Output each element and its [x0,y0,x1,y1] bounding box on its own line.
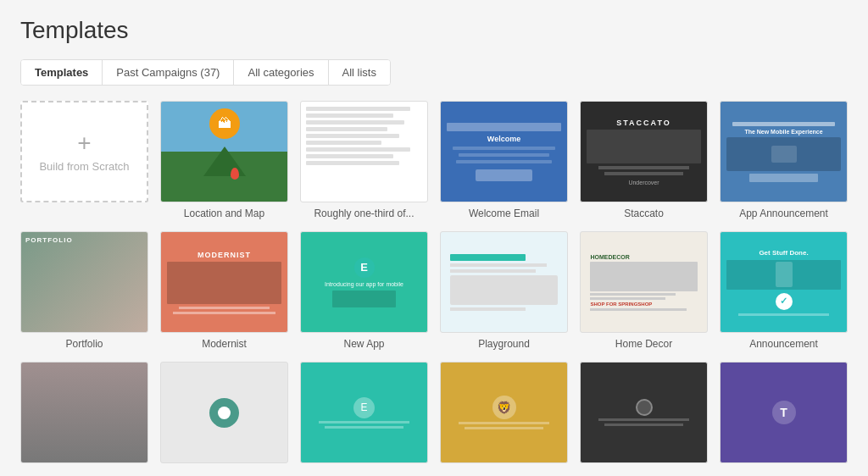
template-card-new-app[interactable]: E Introducing our app for mobile New App [300,231,428,350]
template-card-circle[interactable] [160,362,288,463]
template-name-location-map: Location and Map [184,208,264,219]
purple-t-badge: T [772,401,796,424]
scratch-thumb[interactable]: + Build from Scratch [20,101,148,202]
template-card-fashion[interactable] [20,362,148,463]
template-card-location-map[interactable]: 🏔 Location and Map [160,101,288,219]
template-card-purple[interactable]: T [720,362,848,463]
template-grid-row3: E 🦁 [20,362,848,463]
template-card-app-announcement[interactable]: The New Mobile Experience App Announceme… [720,101,848,219]
announcement-badge: ✓ [776,293,793,310]
tab-past-campaigns[interactable]: Past Campaigns (37) [103,60,234,85]
template-grid-row2: PORTFOLIO Portfolio MODERNIST Modernist [20,231,848,350]
tab-all-lists[interactable]: All lists [329,60,390,85]
portfolio-label: PORTFOLIO [25,236,73,244]
template-thumb-circle[interactable] [160,362,288,463]
template-name-staccato: Staccato [624,208,664,219]
template-card-staccato[interactable]: STACCATO Undercover Staccato [580,101,708,219]
newapp-icon: E [354,257,375,278]
scratch-label: Build from Scratch [39,160,129,173]
template-thumb-teal2[interactable]: E [300,362,428,463]
staccato-label: STACCATO [616,119,671,127]
template-name-home-decor: Home Decor [615,338,672,350]
tabs-bar: Templates Past Campaigns (37) All catego… [20,59,391,86]
template-name-announcement: Announcement [749,338,818,350]
template-thumb-new-app[interactable]: E Introducing our app for mobile [300,231,428,333]
modernist-label: MODERNIST [198,251,251,259]
template-name-app-announcement: App Announcement [739,208,828,219]
template-card-portfolio[interactable]: PORTFOLIO Portfolio [20,231,148,350]
template-card-dark2[interactable] [580,362,708,463]
template-name-roughly: Roughly one-third of... [314,208,414,219]
tab-all-categories[interactable]: All categories [234,60,328,85]
template-thumb-announcement[interactable]: Get Stuff Done. ✓ [720,231,848,333]
page-title: Templates [20,17,848,44]
template-thumb-home-decor[interactable]: HOMEDECOR SHOP FOR SPRINGSHOP [580,231,708,333]
template-name-modernist: Modernist [202,338,247,350]
template-card-welcome[interactable]: Welcome Welcome Email [440,101,568,219]
build-from-scratch-card[interactable]: + Build from Scratch [20,101,148,219]
plus-icon: + [77,131,91,155]
template-thumb-welcome[interactable]: Welcome [440,101,568,202]
page-container: Templates Templates Past Campaigns (37) … [0,0,868,476]
template-thumb-purple[interactable]: T [720,362,848,463]
template-name-playground: Playground [478,338,530,350]
template-thumb-playground[interactable] [440,231,568,333]
template-card-modernist[interactable]: MODERNIST Modernist [160,231,288,350]
template-thumb-fashion[interactable] [20,362,148,463]
template-card-teal2[interactable]: E [300,362,428,463]
template-thumb-gold[interactable]: 🦁 [440,362,568,463]
tab-templates[interactable]: Templates [21,60,103,85]
template-card-playground[interactable]: Playground [440,231,568,350]
template-card-roughly[interactable]: Roughly one-third of... [300,101,428,219]
template-thumb-modernist[interactable]: MODERNIST [160,231,288,333]
template-card-gold[interactable]: 🦁 [440,362,568,463]
welcome-label: Welcome [487,135,520,143]
location-logo: 🏔 [209,108,240,139]
template-thumb-dark2[interactable] [580,362,708,463]
template-name-new-app: New App [343,338,384,350]
template-thumb-app-announcement[interactable]: The New Mobile Experience [720,101,848,202]
template-thumb-portfolio[interactable]: PORTFOLIO [20,231,148,333]
template-card-home-decor[interactable]: HOMEDECOR SHOP FOR SPRINGSHOP Home Decor [580,231,708,350]
template-thumb-roughly[interactable] [300,101,428,202]
template-name-portfolio: Portfolio [65,338,103,350]
template-name-welcome: Welcome Email [469,208,539,219]
home-decor-cta: SHOP FOR SPRINGSHOP [590,302,697,307]
template-thumb-staccato[interactable]: STACCATO Undercover [580,101,708,202]
template-card-announcement[interactable]: Get Stuff Done. ✓ Announcement [720,231,848,350]
template-grid-row1: + Build from Scratch 🏔 Location and Map [20,101,848,219]
template-thumb-location-map[interactable]: 🏔 [160,101,288,202]
